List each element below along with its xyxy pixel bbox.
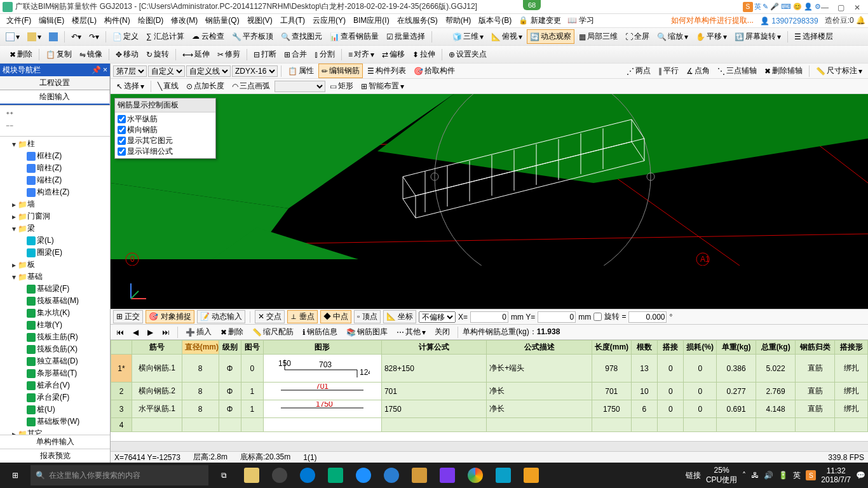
grid-cell[interactable]: 0 (684, 400, 717, 418)
tray-ime-icon[interactable]: 英 (793, 470, 801, 481)
align-button[interactable]: ≡ 对齐▾ (345, 47, 377, 62)
grid-cell[interactable]: 8 (182, 355, 219, 383)
pan-button[interactable]: ✋ 平移▾ (693, 29, 730, 44)
save-button[interactable] (46, 30, 61, 43)
ime-mode[interactable]: 英 (754, 2, 761, 11)
tree-node[interactable]: 筏板基础(M) (1, 295, 109, 307)
grid-cell[interactable]: 0 (684, 355, 717, 383)
setpoint-button[interactable]: ⊕ 设置夹点 (445, 47, 490, 62)
grid-cell[interactable] (219, 418, 241, 432)
user-id[interactable]: 👤 13907298339 (760, 17, 818, 25)
grid-cell[interactable]: 1 (241, 400, 263, 418)
grid-cell[interactable] (592, 418, 631, 432)
component-list-button[interactable]: ☰ 构件列表 (364, 64, 409, 78)
grid-cell[interactable]: 直筋 (796, 355, 835, 383)
pick-button[interactable]: 🎯 拾取构件 (410, 64, 458, 78)
menu-item[interactable]: 版本号(B) (475, 15, 515, 26)
grid-cell[interactable] (381, 418, 486, 432)
collapse-all-button[interactable]: ⁻⁻ (3, 121, 107, 133)
grid-cell[interactable] (835, 418, 868, 432)
tree-node[interactable]: 框柱(Z) (1, 150, 109, 162)
grid-cell[interactable]: 0 (684, 383, 717, 400)
grid-header[interactable]: 图号 (241, 341, 263, 355)
steel-lib-button[interactable]: 📚 钢筋图库 (343, 325, 391, 339)
grid-header[interactable]: 钢筋归类 (796, 341, 835, 355)
grid-cell[interactable]: 13 (631, 355, 657, 383)
menu-item[interactable]: 在线服务(S) (393, 15, 442, 26)
mirror-button[interactable]: ⇋ 镜像 (76, 47, 105, 62)
menu-item[interactable]: 工具(T) (276, 15, 309, 26)
osnap-toggle[interactable]: 🎯 对象捕捉 (146, 310, 194, 323)
steel-button[interactable]: 📊 查看钢筋量 (327, 29, 382, 44)
tab-report-preview[interactable]: 报表预览 (0, 449, 110, 463)
grid-cell[interactable] (263, 418, 381, 432)
grid-cell[interactable] (796, 418, 835, 432)
grid-cell[interactable]: 1750 (381, 400, 486, 418)
grid-cell[interactable]: 701 (592, 383, 631, 400)
app-chrome[interactable] (463, 463, 488, 488)
cloud-check-button[interactable]: ☁ 云检查 (189, 29, 227, 44)
rebar-display-panel[interactable]: 钢筋显示控制面板 水平纵筋 横向钢筋 显示其它图元 显示详细公式 (114, 98, 216, 159)
top-toggle[interactable]: ▫ 顶点 (354, 310, 381, 323)
property-button[interactable]: 📋 属性 (285, 64, 317, 78)
grid-cell[interactable]: 3 (111, 400, 132, 418)
3d-button[interactable]: 🧊 三维▾ (449, 29, 487, 44)
grid-cell[interactable] (487, 418, 592, 432)
tab-single-input[interactable]: 单构件输入 (0, 435, 110, 449)
tray-sogou-icon[interactable]: S (806, 470, 816, 480)
trim-button[interactable]: ✂ 修剪 (214, 47, 243, 62)
rot-input[interactable] (628, 311, 667, 323)
grid-cell[interactable] (241, 418, 263, 432)
tray-cpu[interactable]: 25% CPU使用 (706, 466, 737, 485)
tab-project-settings[interactable]: 工程设置 (0, 76, 110, 90)
local3d-button[interactable]: ▦ 局部三维 (576, 29, 621, 44)
tray-clock[interactable]: 11:322018/7/7 (821, 466, 851, 485)
grid-cell[interactable]: Φ (219, 355, 241, 383)
ime-tools[interactable]: ✎ 🎤 ⌨ 😊 👤 ⚙ (763, 3, 821, 11)
grid-header[interactable]: 搭接 (658, 341, 684, 355)
first-button[interactable]: ⏮ (113, 326, 127, 339)
grid-cell[interactable]: 0.386 (717, 355, 756, 383)
tree-node[interactable]: 梁(L) (1, 234, 109, 247)
grid-cell[interactable]: 绑扎 (835, 355, 868, 383)
grid-header[interactable] (111, 341, 132, 355)
tree-node[interactable]: 集水坑(K) (1, 307, 109, 319)
grid-header[interactable]: 搭接形 (835, 341, 868, 355)
fullscreen-button[interactable]: ⛶ 全屏 (622, 29, 653, 44)
menu-item[interactable]: 楼层(L) (68, 15, 100, 26)
grid-header[interactable]: 损耗(%) (684, 341, 717, 355)
edit-steel-button[interactable]: ✏ 编辑钢筋 (318, 64, 363, 78)
grid-cell[interactable]: 8 (182, 383, 219, 400)
grid-header[interactable]: 长度(mm) (592, 341, 631, 355)
y-input[interactable] (538, 311, 576, 323)
grid-cell[interactable] (658, 418, 684, 432)
grid-cell[interactable]: 绑扎 (835, 383, 868, 400)
tree-node[interactable]: 构造柱(Z) (1, 186, 109, 198)
menu-learn[interactable]: 📖 学习 (564, 13, 597, 28)
app-explorer[interactable] (239, 463, 264, 488)
rebar-grid[interactable]: 筋号直径(mm)级别图号图形计算公式公式描述长度(mm)根数搭接损耗(%)单重(… (111, 339, 868, 441)
tree-node[interactable]: 桩承台(V) (1, 379, 109, 391)
viewport-3d[interactable]: A1 5 (111, 94, 868, 309)
maximize-button[interactable]: ▢ (837, 3, 845, 11)
close-button[interactable]: ✕ (854, 3, 862, 11)
undo-button[interactable]: ↶▾ (68, 30, 85, 43)
grid-cell[interactable] (756, 418, 796, 432)
perp-toggle[interactable]: ⊥ 垂点 (287, 310, 317, 323)
arc-button[interactable]: ◠ 三点画弧 (229, 79, 273, 93)
tree-node[interactable]: 条形基础(T) (1, 367, 109, 379)
app-browser1[interactable] (267, 463, 292, 488)
grid-cell[interactable]: 10 (631, 383, 657, 400)
tray-link[interactable]: 链接 (686, 470, 701, 481)
threept-button[interactable]: ⋱ 三点辅轴 (714, 64, 760, 78)
grid-header[interactable]: 公式描述 (487, 341, 592, 355)
grid-cell[interactable]: 2 (111, 383, 132, 400)
app-store[interactable] (323, 463, 348, 488)
find-button[interactable]: 🔍 查找图元 (278, 29, 325, 44)
grid-header[interactable]: 级别 (219, 341, 241, 355)
close-grid-button[interactable]: 关闭 (431, 325, 453, 339)
next-button[interactable]: ▶ (144, 326, 156, 339)
grid-cell[interactable]: 0.691 (717, 400, 756, 418)
sum-button[interactable]: ∑ 汇总计算 (143, 29, 187, 44)
grid-header[interactable]: 根数 (631, 341, 657, 355)
